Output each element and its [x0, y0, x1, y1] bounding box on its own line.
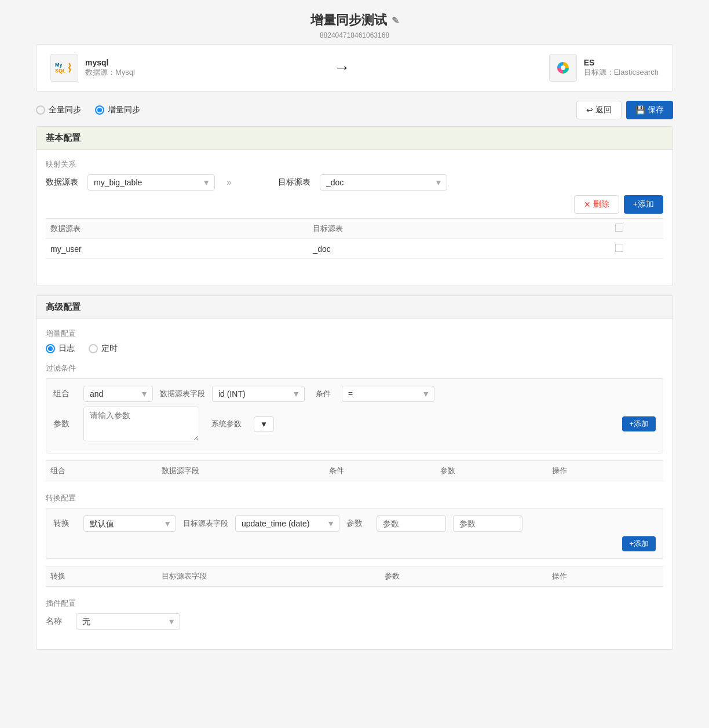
filter-col-cond: 条件 [329, 466, 440, 476]
col-header-source: 数据源表 [46, 224, 313, 234]
source-name: mysql [85, 58, 135, 67]
sys-param-icon: ▼ [260, 420, 268, 429]
plugin-select[interactable]: 无 [76, 613, 180, 630]
trans-col-param: 参数 [385, 571, 552, 581]
row-checkbox[interactable] [615, 244, 623, 252]
radio-timer[interactable]: 定时 [89, 343, 118, 354]
col-header-target: 目标源表 [313, 224, 575, 234]
row-source: my_user [46, 244, 313, 254]
page-title: 增量同步测试 ✎ [310, 12, 399, 29]
target-table-label: 目标源表 [278, 177, 313, 188]
condition-select[interactable]: = != > < [342, 386, 434, 402]
filter-row-1: 组合 and or ▼ 数据源表字段 id (INT) ▼ [53, 386, 656, 402]
radio-timer-circle [89, 344, 98, 353]
target-type: 目标源：Elasticsearch [584, 67, 659, 78]
combo-select[interactable]: and or [83, 386, 153, 402]
source-type: 数据源：Mysql [85, 67, 135, 78]
source-table-select[interactable]: my_big_table [87, 174, 215, 191]
delete-mapping-button[interactable]: ✕ 删除 [574, 195, 619, 214]
mapping-label: 映射关系 [46, 159, 663, 170]
filter-row-2: 参数 系统参数 ▼ +添加 [53, 407, 656, 441]
target-field-label: 目标源表字段 [183, 518, 228, 529]
advanced-config-section: 高级配置 增量配置 日志 定时 过滤条件 组合 [36, 295, 673, 650]
source-connection: My SQL mysql 数据源：Mysql [50, 54, 135, 82]
radio-log-circle [46, 344, 55, 353]
filter-col-op: 操作 [552, 466, 663, 476]
radio-timer-label: 定时 [101, 343, 118, 354]
svg-rect-3 [551, 56, 575, 79]
header-checkbox[interactable] [615, 224, 623, 232]
source-table-select-wrapper: my_big_table ▼ [87, 174, 215, 191]
col-header-check [576, 224, 663, 234]
connection-card: My SQL mysql 数据源：Mysql → [36, 44, 673, 92]
increment-mode-group: 日志 定时 [46, 343, 663, 354]
radio-full-sync[interactable]: 全量同步 [36, 105, 81, 115]
add-filter-button[interactable]: +添加 [622, 416, 656, 431]
param-label: 参数 [53, 419, 76, 429]
svg-text:My: My [55, 62, 63, 68]
delete-icon: ✕ [584, 200, 591, 209]
filter-col-param: 参数 [440, 466, 551, 476]
param-textarea[interactable] [83, 407, 199, 441]
radio-circle-increment [95, 105, 104, 115]
sys-param-label: 系统参数 [206, 419, 247, 429]
condition-label: 条件 [312, 389, 335, 399]
source-info: mysql 数据源：Mysql [85, 58, 135, 78]
add-transform-button[interactable]: +添加 [622, 536, 656, 551]
transform-form: 转换 默认值 ▼ 目标源表字段 update_time (date) ▼ [46, 508, 663, 559]
radio-circle-full [36, 105, 45, 115]
sys-param-button[interactable]: ▼ [254, 416, 274, 432]
plugin-select-wrapper: 无 ▼ [76, 613, 180, 630]
combo-select-wrapper: and or ▼ [83, 386, 153, 402]
target-table-select[interactable]: _doc [320, 174, 447, 191]
back-button[interactable]: ↩ 返回 [576, 101, 622, 119]
filter-table-header: 组合 数据源字段 条件 参数 操作 [46, 460, 663, 481]
filter-form: 组合 and or ▼ 数据源表字段 id (INT) ▼ [46, 378, 663, 453]
edit-icon[interactable]: ✎ [392, 15, 399, 26]
target-connection: ES 目标源：Elasticsearch [549, 54, 659, 82]
radio-increment-sync[interactable]: 增量同步 [95, 105, 140, 115]
row-target: _doc [313, 244, 575, 254]
table-row: my_user _doc [46, 239, 663, 259]
sync-mode-group: 全量同步 增量同步 [36, 105, 576, 115]
double-arrow-icon: » [226, 177, 232, 188]
target-field-select[interactable]: update_time (date) [235, 515, 339, 532]
convert-select-wrapper: 默认值 ▼ [83, 515, 176, 532]
radio-log[interactable]: 日志 [46, 343, 75, 354]
param-col-label: 参数 [346, 518, 370, 529]
radio-label-increment: 增量同步 [108, 105, 140, 115]
es-icon [549, 54, 577, 82]
transform-table-header: 转换 目标源表字段 参数 操作 [46, 566, 663, 587]
combo-label: 组合 [53, 389, 76, 399]
param2-input[interactable] [453, 515, 522, 532]
row-check [576, 244, 663, 254]
convert-select[interactable]: 默认值 [83, 515, 176, 532]
condition-select-wrapper: = != > < ▼ [342, 386, 434, 402]
target-field-select-wrapper: update_time (date) ▼ [235, 515, 339, 532]
save-icon: 💾 [635, 105, 645, 115]
filter-col-field: 数据源字段 [162, 466, 329, 476]
target-table-select-wrapper: _doc ▼ [320, 174, 447, 191]
plugin-name-label: 名称 [46, 616, 69, 627]
mapping-form-row: 数据源表 my_big_table ▼ » 目标源表 _doc ▼ [46, 174, 663, 191]
save-button[interactable]: 💾 保存 [626, 101, 673, 119]
trans-col-field: 目标源表字段 [162, 571, 385, 581]
target-info: ES 目标源：Elasticsearch [584, 58, 659, 78]
add-mapping-button[interactable]: +添加 [624, 195, 663, 214]
plugin-row: 名称 无 ▼ [46, 613, 663, 630]
source-field-select[interactable]: id (INT) [212, 386, 305, 402]
back-icon: ↩ [586, 105, 593, 115]
basic-config-section: 基本配置 映射关系 数据源表 my_big_table ▼ » 目标源表 _do… [36, 126, 673, 286]
mysql-icon: My SQL [50, 54, 78, 82]
filter-col-combo: 组合 [46, 466, 162, 476]
increment-config-label: 增量配置 [46, 328, 663, 339]
source-field-select-wrapper: id (INT) ▼ [212, 386, 305, 402]
mapping-table-header: 数据源表 目标源表 [46, 218, 663, 239]
page-id: 882404718461063168 [36, 31, 673, 39]
source-table-label: 数据源表 [46, 177, 81, 188]
transform-label: 转换配置 [46, 493, 663, 503]
param1-input[interactable] [377, 515, 446, 532]
trans-col-trans: 转换 [46, 571, 162, 581]
connection-arrow: → [135, 58, 549, 77]
source-field-label: 数据源表字段 [160, 389, 205, 399]
